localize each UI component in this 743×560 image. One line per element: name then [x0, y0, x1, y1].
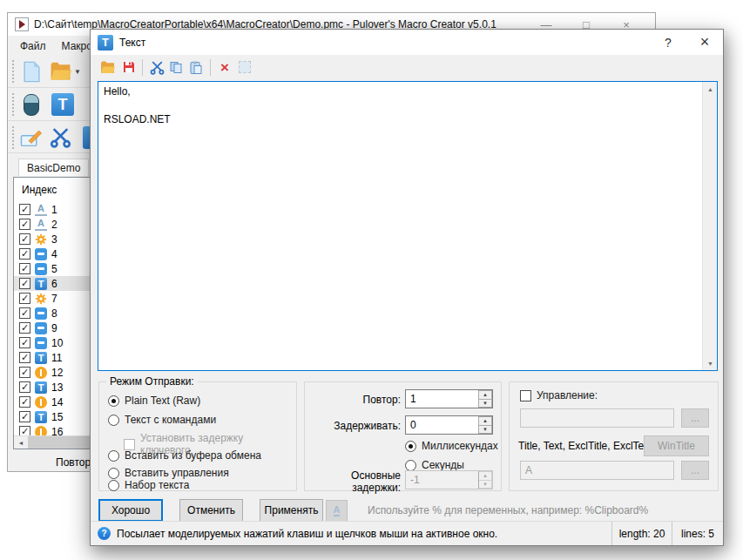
wintitle-browse-button: ... — [681, 461, 709, 480]
tab-basicdemo[interactable]: BasicDemo — [18, 159, 89, 176]
repeat-input[interactable]: 1 ▲▼ — [405, 389, 493, 408]
radio-paste-control[interactable]: Вставить управления — [108, 467, 229, 479]
paste-icon[interactable] — [188, 59, 204, 75]
checkbox-icon[interactable]: ✓ — [19, 381, 30, 393]
dialog-title: Текст — [119, 37, 650, 49]
cancel-button[interactable]: Отменить — [179, 499, 243, 522]
checkbox-icon[interactable]: ✓ — [19, 411, 30, 422]
checkbox-icon[interactable]: ✓ — [19, 233, 30, 245]
radio-icon — [108, 450, 119, 462]
spin-down-icon: ▼ — [479, 481, 492, 489]
text-icon: T — [35, 381, 47, 394]
text-dialog: T Текст ? × × Hello, RSLOAD.NET ▲ ▼ — [90, 29, 724, 546]
dialog-toolbar: × — [91, 55, 723, 80]
repeat-spinner[interactable]: ▲▼ — [478, 390, 492, 408]
delay-spinner[interactable]: ▲▼ — [478, 416, 492, 434]
menu-macro[interactable]: Макро — [62, 40, 92, 52]
radio-type-text[interactable]: Набор текста — [108, 479, 189, 491]
checkbox-icon[interactable]: ✓ — [19, 219, 30, 230]
checkbox-icon[interactable]: ✓ — [19, 307, 30, 319]
chevron-down-icon[interactable]: ▼ — [74, 68, 81, 76]
checkbox-icon[interactable]: ✓ — [19, 278, 30, 289]
wintitle-input: A — [520, 461, 674, 480]
group-title: Режим Отправки: — [106, 375, 198, 388]
editor-content[interactable]: Hello, RSLOAD.NET — [98, 82, 702, 370]
checkbox-icon[interactable]: ✓ — [19, 322, 30, 334]
radio-icon — [108, 395, 119, 407]
status-message: Посылает моделируемых нажатий клавиш и щ… — [117, 528, 611, 540]
open-folder-icon[interactable] — [99, 59, 115, 75]
checkbox-icon[interactable]: ✓ — [19, 352, 30, 363]
checkbox-icon[interactable]: ✓ — [19, 367, 30, 378]
mouse-icon[interactable] — [24, 94, 39, 116]
window-icon — [35, 337, 47, 349]
control-input — [520, 408, 674, 428]
toolbar-gripper[interactable] — [12, 126, 14, 149]
radio-text-with-commands[interactable]: Текст с командами — [108, 414, 216, 426]
radio-plain-text[interactable]: Plain Text (Raw) — [108, 395, 200, 407]
status-bar: ? Посылает моделируемых нажатий клавиш и… — [91, 521, 723, 545]
repeat-label: Повтор: — [315, 394, 401, 406]
wintitle-hint-label: Title, Text, ExclTitle, ExclText — [518, 440, 652, 452]
delay-label: Задерживать: — [315, 420, 401, 432]
font-icon: A — [35, 219, 47, 231]
checkbox-icon — [520, 390, 531, 401]
timing-group: Повтор: 1 ▲▼ Задерживать: 0 ▲▼ Миллисеку… — [304, 381, 502, 491]
checkbox-icon[interactable]: ✓ — [19, 293, 30, 304]
menu-file[interactable]: Файл — [20, 40, 46, 52]
scroll-up-icon[interactable]: ▲ — [703, 82, 718, 96]
base-delay-input: -1 ▲▼ — [405, 470, 493, 489]
new-file-icon[interactable] — [22, 61, 42, 83]
toolbar-gripper[interactable] — [12, 93, 14, 116]
scissors-icon[interactable] — [50, 126, 71, 148]
radio-icon — [108, 480, 119, 491]
text-editor[interactable]: Hello, RSLOAD.NET ▲ ▼ — [98, 81, 718, 371]
close-icon[interactable]: × — [686, 30, 723, 55]
delay-input[interactable]: 0 ▲▼ — [405, 415, 493, 435]
delete-icon[interactable]: × — [217, 59, 233, 75]
edit-pencil-icon[interactable] — [20, 128, 43, 147]
text-command-icon[interactable]: T — [51, 93, 74, 116]
apply-button[interactable]: Применять — [260, 499, 323, 522]
control-browse-button: ... — [681, 408, 709, 428]
save-icon[interactable] — [121, 59, 137, 75]
checkbox-icon[interactable]: ✓ — [19, 337, 30, 348]
app-icon — [15, 17, 29, 31]
gear-icon — [35, 293, 47, 305]
status-lines: lines: 5 — [672, 522, 723, 545]
font-button: A — [326, 500, 348, 522]
checkbox-icon[interactable]: ✓ — [19, 263, 30, 274]
radio-icon — [108, 415, 119, 426]
ok-button[interactable]: Хорошо — [98, 499, 163, 522]
radio-icon — [405, 460, 416, 471]
open-folder-icon[interactable] — [50, 62, 71, 81]
wintitle-button: WinTitle — [644, 435, 709, 456]
help-icon[interactable]: ? — [650, 30, 686, 55]
send-mode-group: Режим Отправки: Plain Text (Raw) Текст с… — [98, 381, 297, 491]
radio-paste-clipboard[interactable]: Вставить из буфера обмена — [108, 449, 261, 462]
copy-icon[interactable] — [168, 59, 184, 75]
status-length: length: 20 — [611, 522, 672, 545]
checkbox-icon[interactable]: ✓ — [19, 248, 30, 260]
spin-up-icon: ▲ — [479, 390, 492, 400]
window-icon — [35, 248, 47, 260]
spin-down-icon: ▼ — [479, 400, 492, 408]
scroll-down-icon[interactable]: ▼ — [703, 356, 718, 370]
control-group: Управление: ... Title, Text, ExclTitle, … — [509, 381, 719, 491]
base-delay-label: Основные задержки: — [315, 469, 401, 494]
text-icon: T — [35, 411, 47, 423]
scroll-left-icon[interactable]: ◄ — [14, 436, 28, 449]
checkbox-icon[interactable]: ✓ — [19, 204, 30, 215]
checkbox-icon[interactable]: ✓ — [19, 396, 30, 408]
checkbox-control[interactable]: Управление: — [520, 389, 598, 401]
toolbar-separator — [210, 59, 211, 76]
spin-down-icon: ▼ — [479, 426, 492, 435]
gear-icon — [35, 233, 47, 246]
cut-icon[interactable] — [149, 59, 165, 75]
repeat-label-clipped: Повтор — [56, 456, 91, 469]
radio-milliseconds[interactable]: Миллисекундах — [405, 440, 498, 452]
spin-up-icon: ▲ — [479, 416, 492, 426]
toolbar-gripper[interactable] — [12, 60, 14, 83]
radio-seconds[interactable]: Секунды — [405, 459, 464, 471]
vertical-scrollbar[interactable]: ▲ ▼ — [702, 82, 717, 370]
